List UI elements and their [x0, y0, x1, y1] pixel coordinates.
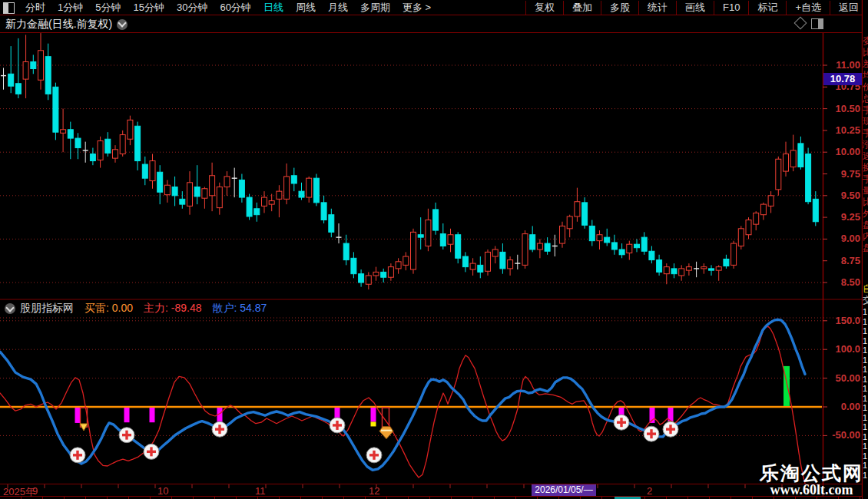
indicator-axis-label: 50.00 [825, 372, 860, 384]
price-axis-label: 8.50 [825, 276, 860, 288]
clipped-char: 盘 [863, 220, 868, 230]
menu-item-1分钟[interactable]: 1分钟 [51, 2, 89, 13]
candlestick-and-indicator-plot[interactable] [0, 0, 868, 499]
title-bar: 新力金融(日线.前复权) [0, 16, 868, 32]
toolbar-button-画线[interactable]: 画线 [676, 1, 714, 15]
indicator-header: 股朋指标网 买雷: 0.00 主力: -89.48 散户: 54.87 [0, 301, 814, 316]
main-label: 主力: [144, 302, 168, 314]
clipped-char: 外 [863, 208, 868, 219]
price-axis-label: 8.75 [825, 255, 860, 266]
toolbar-button-标记[interactable]: 标记 [748, 1, 786, 15]
last-price-tag: 10.78 [823, 73, 862, 85]
indicator-retail-field: 散户: 54.87 [213, 302, 267, 316]
clipped-char: 量 [863, 185, 868, 196]
clipped-char: 手 [863, 104, 868, 115]
month-label: 9 [32, 485, 38, 497]
clipped-char: 换 [863, 162, 868, 173]
indicator-axis-label: -50.00 [825, 429, 860, 441]
menu-item-30分钟[interactable]: 30分钟 [171, 2, 214, 13]
toolbar-button-F10[interactable]: F10 [714, 1, 748, 15]
clipped-sub-char: 交 [863, 295, 868, 306]
price-axis-label: 10.00 [825, 146, 860, 157]
watermark-line1: 乐淘公式网 [760, 463, 863, 483]
clipped-status-text: ▪▪▪ [6, 496, 37, 499]
page-title: 新力金融(日线.前复权) [5, 18, 112, 31]
clipped-char: 手 [863, 173, 868, 184]
month-label: 12 [369, 485, 379, 497]
clipped-char: 盘 [863, 243, 868, 253]
watermark-line2: www.60lt.com [760, 483, 863, 497]
clipped-char: 委 [863, 35, 868, 46]
clipped-quote-panel: 委比差均价总手现手涨速换手量比外盘内盘自交111111111111111111 [863, 0, 868, 499]
buy-value: 0.00 [112, 302, 133, 314]
clipped-char: 均 [863, 70, 868, 81]
period-menu: 分时1分钟5分钟15分钟30分钟60分钟日线周线月线多周期更多 > [19, 1, 437, 15]
top-menu-bar: 分时1分钟5分钟15分钟30分钟60分钟日线周线月线多周期更多 > 复权叠加多股… [0, 0, 868, 15]
price-axis-label: 10.25 [825, 124, 860, 136]
month-label: 11 [255, 485, 266, 497]
price-axis-label: 11.00 [825, 59, 860, 71]
indicator-axis-label: 0.00 [825, 401, 860, 412]
menu-item-分时[interactable]: 分时 [19, 2, 51, 13]
trading-app-window: 分时1分钟5分钟15分钟30分钟60分钟日线周线月线多周期更多 > 复权叠加多股… [0, 0, 868, 499]
indicator-source-label: 股朋指标网 [20, 302, 74, 316]
price-axis-label: 10.50 [825, 103, 860, 114]
clipped-char: 内 [863, 231, 868, 242]
window-layout-icon[interactable] [3, 2, 15, 14]
buy-label: 买雷: [84, 302, 109, 314]
menu-item-5分钟[interactable]: 5分钟 [89, 2, 127, 13]
clipped-char: 手 [863, 127, 868, 138]
chevron-down-icon[interactable] [117, 19, 128, 30]
retail-value: 54.87 [240, 302, 267, 314]
indicator-main-field: 主力: -89.48 [144, 302, 201, 316]
tool-menu: 复权叠加多股统计画线F10标记+自选返回 [525, 0, 868, 15]
clipped-char: 总 [863, 93, 868, 104]
watermark: 乐淘公式网 www.60lt.com [760, 463, 863, 497]
price-axis-label: 9.00 [825, 233, 860, 244]
clipped-char: 速 [863, 150, 868, 161]
clipped-char: 价 [863, 81, 868, 92]
clipped-char: 差 [863, 58, 868, 69]
price-axis-label: 9.25 [825, 211, 860, 223]
clipped-char: 现 [863, 116, 868, 127]
menu-item-15分钟[interactable]: 15分钟 [127, 2, 170, 13]
toolbar-button-+自选[interactable]: +自选 [786, 1, 830, 15]
retail-label: 散户: [213, 302, 237, 314]
month-label: 10 [157, 485, 168, 497]
indicator-buy-field: 买雷: 0.00 [84, 302, 133, 316]
selected-date-tag: 2026/01/05/— [532, 484, 596, 496]
menu-item-更多 >[interactable]: 更多 > [396, 2, 437, 13]
clipped-accent-char: 自 [863, 283, 868, 294]
indicator-collapse-icon[interactable] [5, 303, 15, 314]
menu-item-日线[interactable]: 日线 [257, 2, 290, 13]
menu-item-60分钟[interactable]: 60分钟 [214, 2, 257, 13]
main-value: -89.48 [171, 302, 202, 314]
price-axis-label: 9.75 [825, 168, 860, 180]
menu-item-周线[interactable]: 周线 [290, 2, 322, 13]
clipped-char: 涨 [863, 139, 868, 150]
clipped-digit: 1 [863, 470, 868, 481]
menu-item-多周期[interactable]: 多周期 [354, 2, 396, 13]
month-label: 2 [647, 485, 652, 497]
toolbar-button-统计[interactable]: 统计 [638, 1, 676, 15]
clipped-char: 比 [863, 197, 868, 207]
clipped-char: 比 [863, 47, 868, 58]
indicator-axis-label: 150.0 [825, 315, 860, 326]
menu-item-月线[interactable]: 月线 [322, 2, 354, 13]
indicator-axis-label: 100.0 [825, 343, 860, 355]
toolbar-button-多股[interactable]: 多股 [601, 1, 638, 15]
price-axis-label: 9.50 [825, 190, 860, 201]
toolbar-button-复权[interactable]: 复权 [525, 1, 563, 15]
toolbar-button-叠加[interactable]: 叠加 [563, 1, 601, 15]
pane-toggle-icon[interactable] [811, 18, 823, 29]
